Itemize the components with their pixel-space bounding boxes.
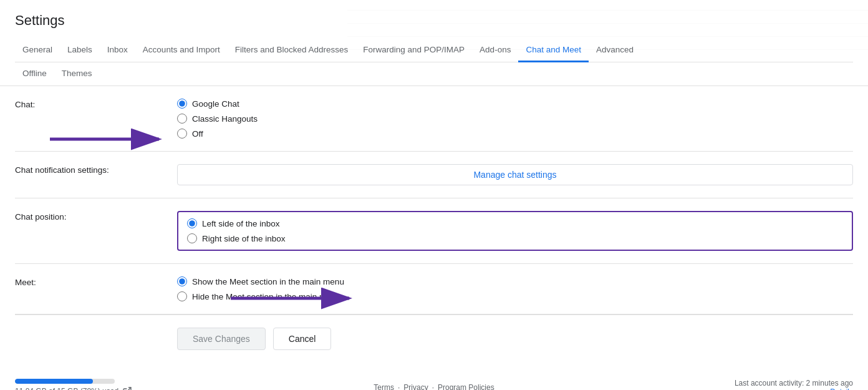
nav-tabs-row1: General Labels Inbox Accounts and Import… bbox=[15, 39, 853, 62]
terms-link[interactable]: Terms bbox=[374, 383, 394, 390]
activity-text: Last account activity: 2 minutes ago bbox=[735, 379, 853, 388]
tab-inbox[interactable]: Inbox bbox=[100, 39, 135, 62]
meet-option-show[interactable]: Show the Meet section in the main menu bbox=[177, 276, 853, 286]
chat-position-left[interactable]: Left side of the inbox bbox=[187, 218, 843, 228]
chat-notification-control: Manage chat settings bbox=[177, 164, 853, 185]
meet-option-hide-label: Hide the Meet section in the main menu bbox=[192, 292, 340, 301]
chat-radio-google[interactable] bbox=[177, 99, 187, 109]
meet-label: Meet: bbox=[15, 276, 177, 287]
nav-tabs-row2: Offline Themes bbox=[0, 62, 868, 86]
storage-bar bbox=[15, 379, 115, 384]
program-policies-link[interactable]: Program Policies bbox=[438, 383, 494, 390]
meet-radio-hide[interactable] bbox=[177, 291, 187, 301]
meet-options: Show the Meet section in the main menu H… bbox=[177, 276, 853, 301]
chat-position-radio-right[interactable] bbox=[187, 233, 197, 243]
tab-chat-meet[interactable]: Chat and Meet bbox=[518, 39, 589, 62]
tab-advanced[interactable]: Advanced bbox=[589, 39, 641, 62]
chat-options: Google Chat Classic Hangouts Off bbox=[177, 99, 853, 139]
manage-chat-button[interactable]: Manage chat settings bbox=[177, 164, 853, 185]
tab-forwarding-pop[interactable]: Forwarding and POP/IMAP bbox=[355, 39, 472, 62]
tab-themes[interactable]: Themes bbox=[54, 62, 100, 86]
tab-general[interactable]: General bbox=[15, 39, 60, 62]
chat-label: Chat: bbox=[15, 99, 177, 109]
chat-option-hangouts-label: Classic Hangouts bbox=[192, 114, 258, 124]
details-link[interactable]: Details bbox=[735, 388, 853, 390]
chat-notification-label: Chat notification settings: bbox=[15, 164, 177, 175]
tab-accounts-import[interactable]: Accounts and Import bbox=[135, 39, 228, 62]
chat-option-off[interactable]: Off bbox=[177, 129, 853, 139]
tab-offline[interactable]: Offline bbox=[15, 62, 54, 86]
page-title: Settings bbox=[15, 12, 853, 29]
chat-radio-off[interactable] bbox=[177, 129, 187, 139]
chat-position-left-label: Left side of the inbox bbox=[202, 219, 280, 228]
footer-bar: 11.84 GB of 15 GB (78%) used Terms · Pri… bbox=[0, 369, 868, 390]
chat-position-box: Left side of the inbox Right side of the… bbox=[177, 211, 853, 251]
footer-activity: Last account activity: 2 minutes ago Det… bbox=[735, 379, 853, 390]
footer-actions: Save Changes Cancel bbox=[15, 314, 853, 363]
save-button[interactable]: Save Changes bbox=[177, 328, 266, 350]
chat-position-label: Chat position: bbox=[15, 211, 177, 222]
storage-section: 11.84 GB of 15 GB (78%) used bbox=[15, 379, 132, 390]
chat-section: Chat: Google Chat Classic Hangouts Off bbox=[15, 86, 853, 152]
separator-2: · bbox=[432, 383, 434, 390]
meet-section: Meet: Show the Meet section in the main … bbox=[15, 264, 853, 314]
chat-option-google-label: Google Chat bbox=[192, 99, 239, 109]
meet-option-hide[interactable]: Hide the Meet section in the main menu bbox=[177, 291, 853, 301]
privacy-link[interactable]: Privacy bbox=[403, 383, 428, 390]
chat-radio-hangouts[interactable] bbox=[177, 114, 187, 124]
meet-radio-show[interactable] bbox=[177, 276, 187, 286]
cancel-button[interactable]: Cancel bbox=[273, 328, 332, 350]
footer-links: Terms · Privacy · Program Policies bbox=[374, 383, 494, 390]
tab-labels[interactable]: Labels bbox=[60, 39, 100, 62]
chat-option-hangouts[interactable]: Classic Hangouts bbox=[177, 114, 853, 124]
chat-position-right-label: Right side of the inbox bbox=[202, 234, 286, 243]
external-link-icon[interactable] bbox=[122, 386, 132, 390]
storage-text: 11.84 GB of 15 GB (78%) used bbox=[15, 387, 118, 390]
separator-1: · bbox=[398, 383, 400, 390]
chat-option-off-label: Off bbox=[192, 129, 203, 139]
tab-add-ons[interactable]: Add-ons bbox=[472, 39, 518, 62]
chat-position-right[interactable]: Right side of the inbox bbox=[187, 233, 843, 243]
chat-position-radio-left[interactable] bbox=[187, 218, 197, 228]
chat-position-section: Chat position: Left side of the inbox Ri… bbox=[15, 198, 853, 264]
tab-filters-blocked[interactable]: Filters and Blocked Addresses bbox=[228, 39, 356, 62]
chat-notification-section: Chat notification settings: Manage chat … bbox=[15, 152, 853, 198]
chat-option-google[interactable]: Google Chat bbox=[177, 99, 853, 109]
meet-option-show-label: Show the Meet section in the main menu bbox=[192, 277, 344, 286]
storage-bar-fill bbox=[15, 379, 93, 384]
chat-position-control: Left side of the inbox Right side of the… bbox=[177, 211, 853, 251]
